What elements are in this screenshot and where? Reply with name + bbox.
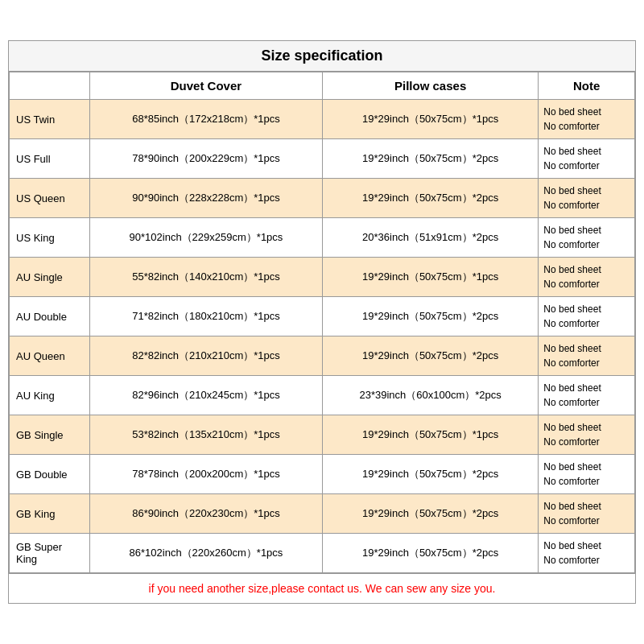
table-row: GB Super King86*102inch（220x260cm）*1pcs1… — [10, 534, 635, 573]
cell-pillow: 23*39inch（60x100cm）*2pcs — [322, 376, 538, 415]
header-pillow: Pillow cases — [322, 72, 538, 100]
cell-size: GB Double — [10, 455, 90, 494]
footer-note: if you need another size,please contact … — [9, 573, 635, 603]
cell-pillow: 20*36inch（51x91cm）*2pcs — [322, 218, 538, 258]
cell-pillow: 19*29inch（50x75cm）*1pcs — [322, 415, 538, 455]
cell-note: No bed sheet No comforter — [539, 139, 635, 179]
cell-size: US King — [10, 218, 90, 258]
cell-note: No bed sheet No comforter — [539, 494, 635, 534]
cell-pillow: 19*29inch（50x75cm）*2pcs — [322, 534, 538, 573]
cell-size: GB Single — [10, 415, 90, 455]
cell-note: No bed sheet No comforter — [539, 179, 635, 218]
cell-size: US Full — [10, 139, 90, 179]
cell-duvet: 71*82inch（180x210cm）*1pcs — [90, 297, 323, 336]
table-row: US King90*102inch（229x259cm）*1pcs20*36in… — [10, 218, 635, 258]
cell-duvet: 78*90inch（200x229cm）*1pcs — [90, 139, 323, 179]
cell-duvet: 86*102inch（220x260cm）*1pcs — [90, 534, 323, 573]
table-row: GB King86*90inch（220x230cm）*1pcs19*29inc… — [10, 494, 635, 534]
table-row: AU Queen82*82inch（210x210cm）*1pcs19*29in… — [10, 336, 635, 376]
table-row: AU Double71*82inch（180x210cm）*1pcs19*29i… — [10, 297, 635, 336]
cell-duvet: 78*78inch（200x200cm）*1pcs — [90, 455, 323, 494]
cell-duvet: 55*82inch（140x210cm）*1pcs — [90, 258, 323, 297]
cell-duvet: 90*102inch（229x259cm）*1pcs — [90, 218, 323, 258]
cell-pillow: 19*29inch（50x75cm）*2pcs — [322, 179, 538, 218]
cell-note: No bed sheet No comforter — [539, 376, 635, 415]
cell-pillow: 19*29inch（50x75cm）*2pcs — [322, 336, 538, 376]
table-row: US Full78*90inch（200x229cm）*1pcs19*29inc… — [10, 139, 635, 179]
cell-note: No bed sheet No comforter — [539, 415, 635, 455]
cell-note: No bed sheet No comforter — [539, 218, 635, 258]
cell-duvet: 82*82inch（210x210cm）*1pcs — [90, 336, 323, 376]
header-duvet: Duvet Cover — [90, 72, 323, 100]
cell-size: AU Queen — [10, 336, 90, 376]
table-row: GB Single53*82inch（135x210cm）*1pcs19*29i… — [10, 415, 635, 455]
cell-duvet: 90*90inch（228x228cm）*1pcs — [90, 179, 323, 218]
cell-size: AU Double — [10, 297, 90, 336]
cell-note: No bed sheet No comforter — [539, 534, 635, 573]
cell-note: No bed sheet No comforter — [539, 100, 635, 139]
table-row: AU King82*96inch（210x245cm）*1pcs23*39inc… — [10, 376, 635, 415]
cell-pillow: 19*29inch（50x75cm）*2pcs — [322, 494, 538, 534]
header-size — [10, 72, 90, 100]
size-specification-table: Size specification Duvet Cover Pillow ca… — [8, 40, 636, 604]
cell-note: No bed sheet No comforter — [539, 297, 635, 336]
table-row: US Queen90*90inch（228x228cm）*1pcs19*29in… — [10, 179, 635, 218]
table-row: AU Single55*82inch（140x210cm）*1pcs19*29i… — [10, 258, 635, 297]
cell-pillow: 19*29inch（50x75cm）*2pcs — [322, 455, 538, 494]
cell-pillow: 19*29inch（50x75cm）*2pcs — [322, 139, 538, 179]
cell-duvet: 82*96inch（210x245cm）*1pcs — [90, 376, 323, 415]
cell-size: GB King — [10, 494, 90, 534]
cell-pillow: 19*29inch（50x75cm）*1pcs — [322, 100, 538, 139]
table-title: Size specification — [9, 41, 635, 72]
cell-size: GB Super King — [10, 534, 90, 573]
cell-duvet: 68*85inch（172x218cm）*1pcs — [90, 100, 323, 139]
cell-note: No bed sheet No comforter — [539, 336, 635, 376]
table-row: GB Double78*78inch（200x200cm）*1pcs19*29i… — [10, 455, 635, 494]
cell-note: No bed sheet No comforter — [539, 455, 635, 494]
cell-size: US Queen — [10, 179, 90, 218]
cell-pillow: 19*29inch（50x75cm）*2pcs — [322, 297, 538, 336]
cell-size: US Twin — [10, 100, 90, 139]
cell-size: AU King — [10, 376, 90, 415]
cell-duvet: 86*90inch（220x230cm）*1pcs — [90, 494, 323, 534]
cell-size: AU Single — [10, 258, 90, 297]
header-note: Note — [539, 72, 635, 100]
cell-pillow: 19*29inch（50x75cm）*1pcs — [322, 258, 538, 297]
cell-note: No bed sheet No comforter — [539, 258, 635, 297]
cell-duvet: 53*82inch（135x210cm）*1pcs — [90, 415, 323, 455]
table-row: US Twin68*85inch（172x218cm）*1pcs19*29inc… — [10, 100, 635, 139]
